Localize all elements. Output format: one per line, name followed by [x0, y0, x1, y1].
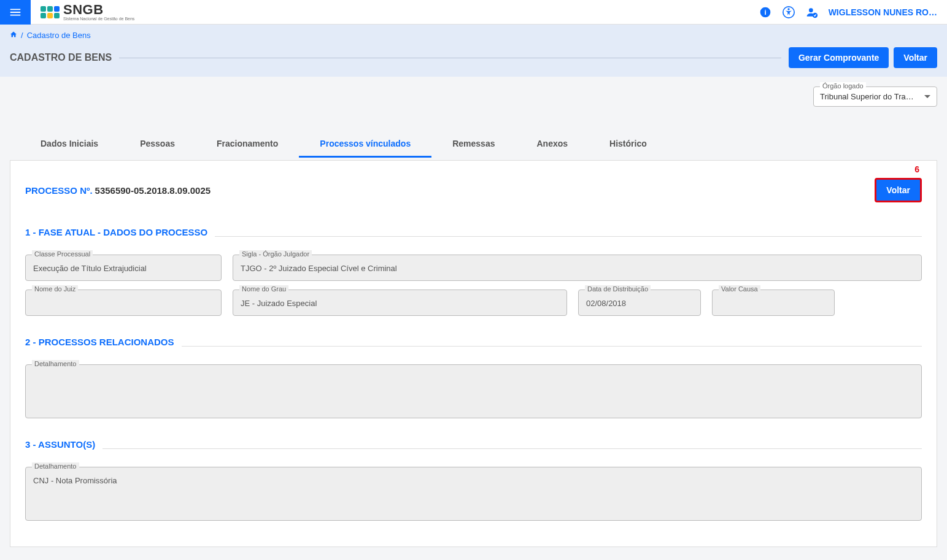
section-3-title: 3 - ASSUNTO(S): [25, 439, 95, 450]
sec2-detalhamento-label: Detalhamento: [32, 360, 79, 367]
data-distribuicao-field: Data de Distribuição 02/08/2018: [578, 290, 701, 316]
home-icon[interactable]: [10, 31, 17, 40]
logo-mark: [41, 6, 60, 18]
data-distribuicao-value: 02/08/2018: [586, 299, 626, 308]
page-title: CADASTRO DE BENS: [10, 52, 112, 63]
section-2-title: 2 - PROCESSOS RELACIONADOS: [25, 337, 174, 347]
page-rule: [119, 58, 781, 58]
menu-button[interactable]: [0, 0, 31, 25]
tab-dados-iniciais[interactable]: Dados Iniciais: [20, 131, 119, 158]
tab-anexos[interactable]: Anexos: [516, 131, 589, 158]
logo-text: SNGB Sistema Nacional de Gestão de Bens: [63, 3, 134, 21]
voltar-detail-button[interactable]: Voltar: [875, 178, 922, 202]
page-header: CADASTRO DE BENS Gerar Comprovante Volta…: [0, 44, 947, 77]
user-name[interactable]: WIGLESSON NUNES RO…: [829, 7, 937, 17]
nome-grau-label: Nome do Grau: [239, 285, 288, 293]
section-1-title: 1 - FASE ATUAL - DADOS DO PROCESSO: [25, 227, 207, 237]
topbar: SNGB Sistema Nacional de Gestão de Bens …: [0, 0, 947, 25]
sec3-detalhamento-field: Detalhamento CNJ - Nota Promissória: [25, 467, 922, 521]
logo-title: SNGB: [63, 3, 134, 17]
classe-processual-label: Classe Processual: [32, 250, 93, 258]
tab-processos-vinculados[interactable]: Processos vínculados: [299, 131, 431, 158]
info-icon[interactable]: i: [759, 6, 772, 19]
valor-causa-field: Valor Causa: [712, 290, 835, 316]
user-check-icon[interactable]: [805, 6, 819, 19]
nome-juiz-label: Nome do Juiz: [32, 285, 78, 293]
accessibility-icon[interactable]: [782, 6, 795, 19]
classe-processual-field: Classe Processual Execução de Título Ext…: [25, 255, 222, 281]
breadcrumb-crumb[interactable]: Cadastro de Bens: [27, 31, 91, 40]
svg-point-3: [787, 8, 789, 10]
nome-juiz-field: Nome do Juiz: [25, 290, 222, 316]
tabs: Dados Iniciais Pessoas Fracionamento Pro…: [0, 107, 947, 158]
orgao-logado-select[interactable]: Órgão logado Tribunal Superior do Tra…: [813, 86, 937, 107]
sigla-orgao-label: Sigla - Órgão Julgador: [239, 250, 312, 258]
svg-text:i: i: [764, 8, 766, 16]
valor-causa-label: Valor Causa: [719, 285, 760, 293]
section-2-rule: [182, 346, 922, 347]
sec3-detalhamento-label: Detalhamento: [32, 462, 79, 470]
sec3-detalhamento-value: CNJ - Nota Promissória: [33, 476, 117, 485]
topbar-actions: i WIGLESSON NUNES RO…: [749, 6, 947, 19]
svg-point-4: [809, 8, 813, 12]
sigla-orgao-value: TJGO - 2º Juizado Especial Cível e Crimi…: [241, 264, 397, 273]
gerar-comprovante-button[interactable]: Gerar Comprovante: [789, 47, 889, 68]
tab-historico[interactable]: Histórico: [589, 131, 668, 158]
breadcrumb-separator: /: [21, 31, 23, 40]
nome-grau-field: Nome do Grau JE - Juizado Especial: [233, 290, 567, 316]
chevron-down-icon: [924, 95, 930, 98]
processo-numero-value: 5356590-05.2018.8.09.0025: [95, 185, 211, 196]
breadcrumb: / Cadastro de Bens: [10, 31, 937, 40]
tab-remessas[interactable]: Remessas: [431, 131, 516, 158]
sec2-detalhamento-field: Detalhamento: [25, 364, 922, 418]
classe-processual-value: Execução de Título Extrajudicial: [33, 264, 147, 273]
voltar-header-button[interactable]: Voltar: [894, 47, 937, 68]
orgao-logado-value: Tribunal Superior do Tra…: [820, 92, 914, 101]
processo-numero-label: PROCESSO Nº.: [25, 185, 93, 196]
hamburger-icon: [9, 6, 22, 19]
tab-pessoas[interactable]: Pessoas: [119, 131, 196, 158]
tab-fracionamento[interactable]: Fracionamento: [196, 131, 299, 158]
logo-subtitle: Sistema Nacional de Gestão de Bens: [63, 17, 134, 21]
data-distribuicao-label: Data de Distribuição: [585, 285, 651, 293]
annotation-number: 6: [914, 164, 919, 174]
tab-panel: PROCESSO Nº. 5356590-05.2018.8.09.0025 6…: [10, 160, 937, 547]
section-3-rule: [102, 448, 922, 449]
sigla-orgao-field: Sigla - Órgão Julgador TJGO - 2º Juizado…: [233, 255, 922, 281]
section-1-rule: [215, 236, 922, 237]
nome-grau-value: JE - Juizado Especial: [241, 299, 317, 308]
logo[interactable]: SNGB Sistema Nacional de Gestão de Bens: [31, 3, 144, 21]
orgao-logado-label: Órgão logado: [820, 82, 866, 90]
